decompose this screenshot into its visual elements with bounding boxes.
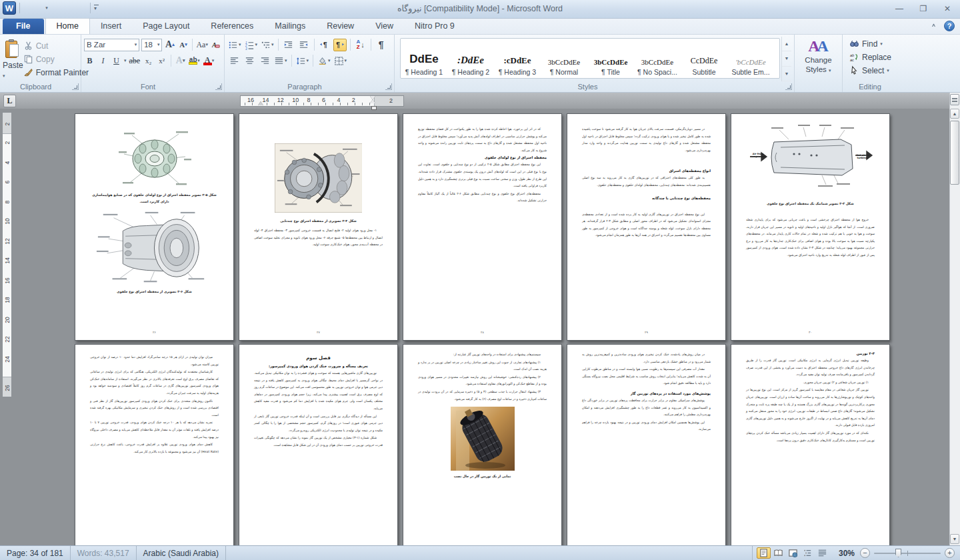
collapse-ribbon-icon[interactable]: ＾ <box>930 22 937 30</box>
align-center-button[interactable] <box>243 55 256 67</box>
word-count[interactable]: Words: 43,517 <box>71 546 137 560</box>
cut-button[interactable]: Cut <box>23 40 89 51</box>
zoom-slider-thumb[interactable] <box>895 549 901 557</box>
tab-selector[interactable]: L <box>3 95 16 107</box>
font-size-combo[interactable]: 18▾ <box>141 39 162 51</box>
font-color-button[interactable]: A▾ <box>203 55 215 67</box>
restore-button[interactable]: ❐ <box>915 3 932 14</box>
draft-view-button[interactable] <box>815 547 829 559</box>
underline-button[interactable]: U <box>111 55 122 67</box>
decrease-indent-button[interactable] <box>282 39 295 51</box>
style--heading-2[interactable]: :DdEe¶ Heading 2 <box>447 39 494 78</box>
format-painter-button[interactable]: Format Painter <box>23 67 89 78</box>
select-button[interactable]: Select ▾ <box>849 65 904 76</box>
new-document-button[interactable] <box>73 1 87 15</box>
minimize-button[interactable]: — <box>891 3 908 14</box>
bullets-button[interactable]: ▾ <box>227 39 242 51</box>
numbering-button[interactable]: 123▾ <box>244 39 259 51</box>
shrink-font-button[interactable]: A▾ <box>177 39 189 51</box>
save-button[interactable] <box>23 1 37 15</box>
close-button[interactable]: ✕ <box>939 3 956 14</box>
language-indicator[interactable]: Arabic (Saudi Arabia) <box>137 546 226 560</box>
tab-mailings[interactable]: Mailings <box>264 19 316 34</box>
borders-button[interactable]: ▾ <box>333 55 348 67</box>
tab-file[interactable]: File <box>3 19 44 34</box>
justify-button[interactable]: ▾ <box>273 55 288 67</box>
clear-formatting-button[interactable]: A <box>210 39 221 51</box>
scroll-up-arrow[interactable]: ▲ <box>950 109 959 119</box>
sort-button[interactable]: AZ↓ <box>354 39 367 51</box>
change-case-button[interactable]: Aa▾ <box>196 39 208 51</box>
document-page[interactable]: میزان توان تولیدی در ازای هر ۱۵ درجه سان… <box>75 344 234 545</box>
zoom-level[interactable]: 30% <box>833 549 860 558</box>
document-page[interactable]: Air from compressorHot air to turbinesشک… <box>731 113 890 341</box>
outline-view-button[interactable] <box>801 547 815 559</box>
tab-review[interactable]: Review <box>316 19 365 34</box>
document-page[interactable]: ۲-۳ توربینوظیفه توربین تبدیل انرژی گرمای… <box>731 344 890 545</box>
subscript-button[interactable]: x₂ <box>143 55 154 67</box>
page-indicator[interactable]: Page: 34 of 181 <box>0 546 71 560</box>
tab-home[interactable]: Home <box>45 18 90 34</box>
bold-button[interactable]: B <box>84 55 95 67</box>
paragraph-dialog-launcher[interactable] <box>385 83 392 90</box>
word-logo-icon[interactable]: W <box>3 1 16 15</box>
document-page[interactable]: شکل ۴-۲ تصویری از محفظه احتراق نوع چندتا… <box>239 113 398 341</box>
style-subtle-em-[interactable]: 'bCcDdEeSubtle Em... <box>727 39 774 78</box>
style--heading-1[interactable]: DdEe¶ Heading 1 <box>401 39 447 78</box>
strikethrough-button[interactable]: abe <box>129 55 141 67</box>
style-subtitle[interactable]: CcDdEeSubtitle <box>681 39 727 78</box>
multilevel-list-button[interactable]: ▾ <box>260 39 275 51</box>
line-spacing-button[interactable]: ▾ <box>295 55 310 67</box>
document-page[interactable]: در میان روش‌های یادشده، خنک کردن تبخیری … <box>567 344 726 545</box>
scrollbar-thumb[interactable] <box>950 121 959 185</box>
font-name-combo[interactable]: B Zar▾ <box>84 39 139 51</box>
styles-scroll-down[interactable]: ▼ <box>782 51 791 66</box>
text-effects-button[interactable]: A▾ <box>175 55 186 67</box>
style--title[interactable]: 3bCcDdEe¶ Title <box>587 39 634 78</box>
print-layout-view-button[interactable] <box>757 547 771 559</box>
clipboard-dialog-launcher[interactable] <box>72 83 79 90</box>
zoom-in-button[interactable]: + <box>945 548 955 558</box>
italic-button[interactable]: I <box>97 55 109 67</box>
align-right-button[interactable] <box>258 55 271 67</box>
document-page[interactable]: سیستم‌های پیشنهادی برای استفاده در واحده… <box>403 344 562 545</box>
undo-button[interactable]: ▾ <box>40 1 53 15</box>
tab-page-layout[interactable]: Page Layout <box>132 19 200 34</box>
tab-nitro-pro-9[interactable]: Nitro Pro 9 <box>404 19 465 34</box>
undo-dropdown[interactable]: ▾ <box>45 5 48 11</box>
styles-dialog-launcher[interactable] <box>785 83 792 90</box>
document-page[interactable]: که در اثر این برخورد، هوا احاطه کرده شده… <box>403 113 562 341</box>
fullscreen-reading-view-button[interactable] <box>771 547 785 559</box>
web-layout-view-button[interactable] <box>786 547 800 559</box>
document-page[interactable]: شکل ۵-۲ تصویر محفظه احتراق از نوع لوله‌ا… <box>75 113 234 341</box>
increase-indent-button[interactable] <box>297 39 311 51</box>
left-to-right-button[interactable]: ¶ <box>318 39 331 51</box>
tab-insert[interactable]: Insert <box>90 19 132 34</box>
right-to-left-button[interactable]: ¶ <box>333 39 347 51</box>
underline-dropdown[interactable]: ▾ <box>124 58 127 63</box>
superscript-button[interactable]: x² <box>156 55 167 67</box>
document-page[interactable]: در مسیر دوباره‌گرمکن، قسمت سرعت بالای جر… <box>567 113 726 341</box>
tab-view[interactable]: View <box>365 19 404 34</box>
replace-button[interactable]: abacReplace <box>849 51 904 63</box>
customize-qat-button[interactable]: ▾ <box>94 5 99 11</box>
show-hide-pilcrow-button[interactable]: ¶ <box>375 39 388 51</box>
grow-font-button[interactable]: A▴ <box>164 39 175 51</box>
font-dialog-launcher[interactable] <box>215 83 222 90</box>
style--normal[interactable]: 3bCcDdEe¶ Normal <box>541 39 587 78</box>
highlight-button[interactable]: ab▾ <box>188 55 201 67</box>
hanging-indent-marker[interactable] <box>370 99 375 103</box>
shading-button[interactable]: ▾ <box>317 55 331 67</box>
zoom-out-button[interactable]: − <box>860 548 870 558</box>
styles-scroll-up[interactable]: ▲ <box>782 37 791 51</box>
style--heading-3[interactable]: :cDdEe¶ Heading 3 <box>494 39 541 78</box>
change-styles-button[interactable]: Change Styles ▾ <box>797 55 839 75</box>
redo-button[interactable] <box>57 1 70 15</box>
align-left-button[interactable] <box>227 55 241 67</box>
ruler-toggle-button[interactable] <box>950 94 959 105</box>
find-button[interactable]: Find ▾ <box>849 38 904 49</box>
tab-references[interactable]: References <box>200 19 264 34</box>
zoom-slider[interactable] <box>874 548 941 558</box>
copy-button[interactable]: Copy <box>23 53 89 65</box>
paste-button[interactable]: Paste ▾ <box>3 37 23 81</box>
